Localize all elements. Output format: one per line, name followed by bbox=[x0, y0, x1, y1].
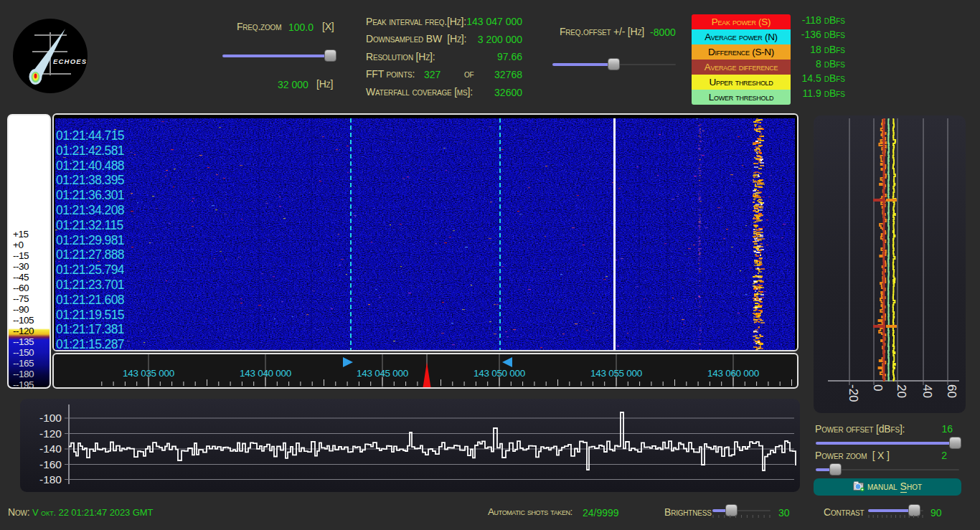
svg-text:-120: -120 bbox=[39, 427, 62, 440]
svg-text:60: 60 bbox=[945, 384, 958, 398]
svg-text:-100: -100 bbox=[39, 412, 62, 424]
svg-text:-20: -20 bbox=[847, 384, 860, 402]
svg-text:ECHOES: ECHOES bbox=[53, 57, 87, 65]
svg-text:40: 40 bbox=[920, 384, 934, 398]
svg-text:-160: -160 bbox=[39, 458, 62, 470]
svg-text:-180: -180 bbox=[39, 473, 62, 486]
svg-text:0: 0 bbox=[871, 384, 885, 391]
svg-text:-140: -140 bbox=[39, 443, 62, 455]
svg-text:20: 20 bbox=[895, 384, 908, 398]
